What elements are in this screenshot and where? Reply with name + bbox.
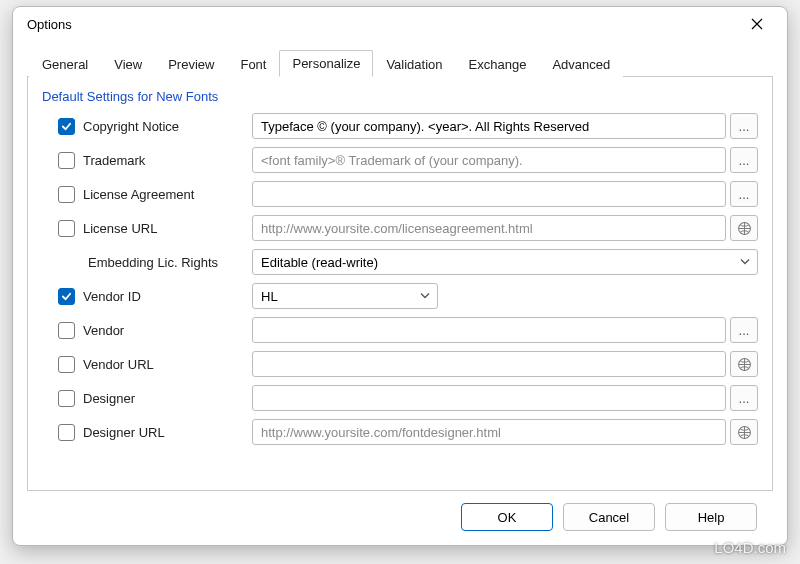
select-embedding[interactable] — [252, 249, 758, 275]
browse-button-license-url[interactable] — [730, 215, 758, 241]
label-designer-url: Designer URL — [83, 425, 165, 440]
label-designer: Designer — [83, 391, 135, 406]
row-designer-url: Designer URL — [42, 418, 758, 446]
tab-panel-personalize: Default Settings for New Fonts Copyright… — [27, 77, 773, 491]
options-dialog: Options General View Preview Font Person… — [12, 6, 788, 546]
browse-button-designer-url[interactable] — [730, 419, 758, 445]
titlebar: Options — [13, 7, 787, 41]
more-button-copyright[interactable]: ... — [730, 113, 758, 139]
window-title: Options — [27, 17, 735, 32]
tab-validation[interactable]: Validation — [373, 51, 455, 77]
tab-exchange[interactable]: Exchange — [456, 51, 540, 77]
dialog-content: General View Preview Font Personalize Va… — [13, 41, 787, 545]
label-vendor-id: Vendor ID — [83, 289, 141, 304]
label-vendor: Vendor — [83, 323, 124, 338]
input-copyright[interactable] — [252, 113, 726, 139]
cancel-button[interactable]: Cancel — [563, 503, 655, 531]
globe-icon — [737, 221, 752, 236]
label-license-url: License URL — [83, 221, 157, 236]
close-icon — [751, 18, 763, 30]
checkbox-license-url[interactable] — [58, 220, 75, 237]
row-embedding: Embedding Lic. Rights — [42, 248, 758, 276]
row-vendor-url: Vendor URL — [42, 350, 758, 378]
tab-font[interactable]: Font — [227, 51, 279, 77]
checkbox-vendor-url[interactable] — [58, 356, 75, 373]
row-trademark: Trademark ... — [42, 146, 758, 174]
group-title: Default Settings for New Fonts — [42, 89, 758, 104]
tabs: General View Preview Font Personalize Va… — [27, 47, 773, 77]
row-license-url: License URL — [42, 214, 758, 242]
label-copyright: Copyright Notice — [83, 119, 179, 134]
tab-advanced[interactable]: Advanced — [539, 51, 623, 77]
input-vendor[interactable] — [252, 317, 726, 343]
input-designer[interactable] — [252, 385, 726, 411]
checkbox-vendor[interactable] — [58, 322, 75, 339]
label-license: License Agreement — [83, 187, 194, 202]
row-designer: Designer ... — [42, 384, 758, 412]
more-button-designer[interactable]: ... — [730, 385, 758, 411]
label-embedding: Embedding Lic. Rights — [88, 255, 218, 270]
checkbox-designer[interactable] — [58, 390, 75, 407]
input-trademark[interactable] — [252, 147, 726, 173]
tab-view[interactable]: View — [101, 51, 155, 77]
input-license[interactable] — [252, 181, 726, 207]
checkbox-designer-url[interactable] — [58, 424, 75, 441]
dialog-buttons: OK Cancel Help — [27, 491, 773, 545]
input-license-url[interactable] — [252, 215, 726, 241]
help-button[interactable]: Help — [665, 503, 757, 531]
row-vendor-id: Vendor ID — [42, 282, 758, 310]
tab-general[interactable]: General — [29, 51, 101, 77]
checkbox-copyright[interactable] — [58, 118, 75, 135]
tab-personalize[interactable]: Personalize — [279, 50, 373, 77]
select-vendor-id[interactable] — [252, 283, 438, 309]
checkbox-trademark[interactable] — [58, 152, 75, 169]
checkbox-vendor-id[interactable] — [58, 288, 75, 305]
row-vendor: Vendor ... — [42, 316, 758, 344]
row-license: License Agreement ... — [42, 180, 758, 208]
input-vendor-url[interactable] — [252, 351, 726, 377]
input-designer-url[interactable] — [252, 419, 726, 445]
browse-button-vendor-url[interactable] — [730, 351, 758, 377]
label-trademark: Trademark — [83, 153, 145, 168]
close-button[interactable] — [735, 9, 779, 39]
globe-icon — [737, 357, 752, 372]
ok-button[interactable]: OK — [461, 503, 553, 531]
more-button-vendor[interactable]: ... — [730, 317, 758, 343]
checkbox-license[interactable] — [58, 186, 75, 203]
more-button-license[interactable]: ... — [730, 181, 758, 207]
label-vendor-url: Vendor URL — [83, 357, 154, 372]
tab-preview[interactable]: Preview — [155, 51, 227, 77]
row-copyright: Copyright Notice ... — [42, 112, 758, 140]
more-button-trademark[interactable]: ... — [730, 147, 758, 173]
globe-icon — [737, 425, 752, 440]
